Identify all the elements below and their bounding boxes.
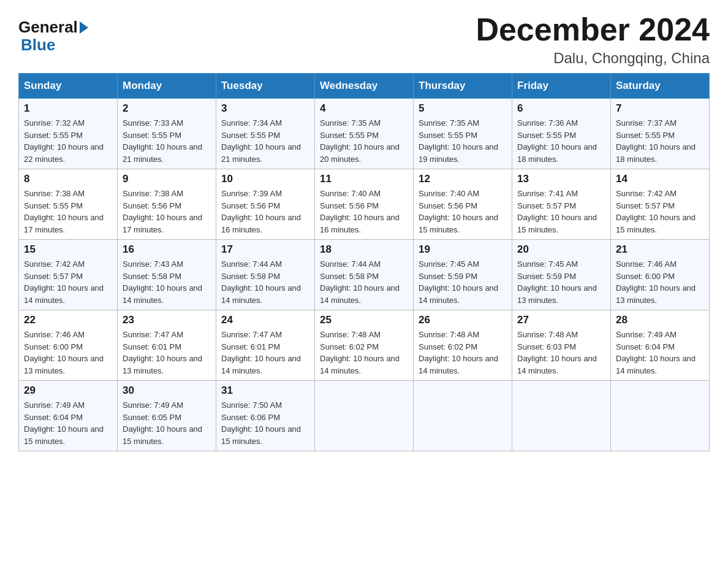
calendar-cell: 29Sunrise: 7:49 AMSunset: 6:04 PMDayligh… [19, 381, 118, 451]
day-info: Sunrise: 7:45 AMSunset: 5:59 PMDaylight:… [517, 258, 605, 306]
day-info: Sunrise: 7:49 AMSunset: 6:04 PMDaylight:… [616, 329, 704, 377]
logo: General Blue [18, 18, 88, 53]
day-info: Sunrise: 7:48 AMSunset: 6:02 PMDaylight:… [320, 329, 408, 377]
calendar-cell: 20Sunrise: 7:45 AMSunset: 5:59 PMDayligh… [512, 240, 611, 310]
day-info: Sunrise: 7:49 AMSunset: 6:04 PMDaylight:… [24, 399, 112, 447]
day-info: Sunrise: 7:39 AMSunset: 5:56 PMDaylight:… [221, 188, 309, 236]
col-header-tuesday: Tuesday [216, 74, 315, 99]
calendar-week-3: 15Sunrise: 7:42 AMSunset: 5:57 PMDayligh… [19, 240, 710, 310]
day-number: 12 [419, 173, 507, 185]
day-number: 8 [24, 173, 112, 185]
day-number: 22 [24, 314, 112, 326]
calendar-cell: 2Sunrise: 7:33 AMSunset: 5:55 PMDaylight… [118, 99, 216, 169]
calendar-cell: 22Sunrise: 7:46 AMSunset: 6:00 PMDayligh… [19, 310, 118, 381]
day-number: 18 [320, 243, 408, 256]
day-number: 26 [419, 314, 507, 326]
calendar-cell: 8Sunrise: 7:38 AMSunset: 5:55 PMDaylight… [19, 169, 118, 240]
calendar-cell: 11Sunrise: 7:40 AMSunset: 5:56 PMDayligh… [315, 169, 414, 240]
calendar-cell: 13Sunrise: 7:41 AMSunset: 5:57 PMDayligh… [512, 169, 611, 240]
day-number: 6 [517, 102, 605, 115]
logo-general-text: General [18, 18, 88, 36]
day-info: Sunrise: 7:35 AMSunset: 5:55 PMDaylight:… [320, 117, 408, 165]
title-section: December 2024 Dalu, Chongqing, China [476, 12, 710, 67]
day-number: 13 [517, 173, 605, 185]
calendar-week-2: 8Sunrise: 7:38 AMSunset: 5:55 PMDaylight… [19, 169, 710, 240]
col-header-sunday: Sunday [19, 74, 118, 99]
calendar-cell: 17Sunrise: 7:44 AMSunset: 5:58 PMDayligh… [216, 240, 315, 310]
calendar-cell: 12Sunrise: 7:40 AMSunset: 5:56 PMDayligh… [414, 169, 512, 240]
calendar-cell: 25Sunrise: 7:48 AMSunset: 6:02 PMDayligh… [315, 310, 414, 381]
day-number: 24 [221, 314, 309, 326]
day-info: Sunrise: 7:47 AMSunset: 6:01 PMDaylight:… [221, 329, 309, 377]
calendar-cell: 7Sunrise: 7:37 AMSunset: 5:55 PMDaylight… [611, 99, 710, 169]
col-header-saturday: Saturday [611, 74, 710, 99]
calendar-cell: 14Sunrise: 7:42 AMSunset: 5:57 PMDayligh… [611, 169, 710, 240]
day-info: Sunrise: 7:42 AMSunset: 5:57 PMDaylight:… [24, 258, 112, 306]
location-subtitle: Dalu, Chongqing, China [476, 50, 710, 67]
calendar-cell: 6Sunrise: 7:36 AMSunset: 5:55 PMDaylight… [512, 99, 611, 169]
logo-blue-text: Blue [21, 36, 88, 54]
calendar-cell: 23Sunrise: 7:47 AMSunset: 6:01 PMDayligh… [118, 310, 216, 381]
calendar-cell: 28Sunrise: 7:49 AMSunset: 6:04 PMDayligh… [611, 310, 710, 381]
calendar-cell: 18Sunrise: 7:44 AMSunset: 5:58 PMDayligh… [315, 240, 414, 310]
day-info: Sunrise: 7:41 AMSunset: 5:57 PMDaylight:… [517, 188, 605, 236]
day-number: 16 [123, 243, 211, 256]
calendar-cell: 3Sunrise: 7:34 AMSunset: 5:55 PMDaylight… [216, 99, 315, 169]
day-number: 15 [24, 243, 112, 256]
day-info: Sunrise: 7:40 AMSunset: 5:56 PMDaylight:… [320, 188, 408, 236]
day-info: Sunrise: 7:44 AMSunset: 5:58 PMDaylight:… [320, 258, 408, 306]
col-header-monday: Monday [118, 74, 216, 99]
day-info: Sunrise: 7:36 AMSunset: 5:55 PMDaylight:… [517, 117, 605, 165]
day-info: Sunrise: 7:45 AMSunset: 5:59 PMDaylight:… [419, 258, 507, 306]
day-number: 20 [517, 243, 605, 256]
day-number: 2 [123, 102, 211, 115]
col-header-wednesday: Wednesday [315, 74, 414, 99]
col-header-thursday: Thursday [414, 74, 512, 99]
calendar-cell: 21Sunrise: 7:46 AMSunset: 6:00 PMDayligh… [611, 240, 710, 310]
day-number: 31 [221, 385, 309, 397]
calendar-week-5: 29Sunrise: 7:49 AMSunset: 6:04 PMDayligh… [19, 381, 710, 451]
day-info: Sunrise: 7:46 AMSunset: 6:00 PMDaylight:… [616, 258, 704, 306]
calendar-cell: 24Sunrise: 7:47 AMSunset: 6:01 PMDayligh… [216, 310, 315, 381]
calendar-cell: 31Sunrise: 7:50 AMSunset: 6:06 PMDayligh… [216, 381, 315, 451]
day-number: 17 [221, 243, 309, 256]
day-info: Sunrise: 7:34 AMSunset: 5:55 PMDaylight:… [221, 117, 309, 165]
day-number: 5 [419, 102, 507, 115]
day-number: 1 [24, 102, 112, 115]
calendar-header-row: SundayMondayTuesdayWednesdayThursdayFrid… [19, 74, 710, 99]
day-info: Sunrise: 7:47 AMSunset: 6:01 PMDaylight:… [123, 329, 211, 377]
calendar-cell [315, 381, 414, 451]
day-number: 3 [221, 102, 309, 115]
calendar-cell: 30Sunrise: 7:49 AMSunset: 6:05 PMDayligh… [118, 381, 216, 451]
day-info: Sunrise: 7:35 AMSunset: 5:55 PMDaylight:… [419, 117, 507, 165]
day-info: Sunrise: 7:44 AMSunset: 5:58 PMDaylight:… [221, 258, 309, 306]
day-number: 25 [320, 314, 408, 326]
day-info: Sunrise: 7:38 AMSunset: 5:55 PMDaylight:… [24, 188, 112, 236]
calendar-cell: 19Sunrise: 7:45 AMSunset: 5:59 PMDayligh… [414, 240, 512, 310]
calendar-cell [512, 381, 611, 451]
day-number: 21 [616, 243, 704, 256]
month-title: December 2024 [476, 12, 710, 47]
day-number: 10 [221, 173, 309, 185]
calendar-table: SundayMondayTuesdayWednesdayThursdayFrid… [18, 73, 710, 451]
calendar-cell: 10Sunrise: 7:39 AMSunset: 5:56 PMDayligh… [216, 169, 315, 240]
day-number: 19 [419, 243, 507, 256]
day-number: 11 [320, 173, 408, 185]
calendar-cell: 16Sunrise: 7:43 AMSunset: 5:58 PMDayligh… [118, 240, 216, 310]
calendar-cell: 4Sunrise: 7:35 AMSunset: 5:55 PMDaylight… [315, 99, 414, 169]
calendar-cell: 5Sunrise: 7:35 AMSunset: 5:55 PMDaylight… [414, 99, 512, 169]
day-number: 28 [616, 314, 704, 326]
day-info: Sunrise: 7:38 AMSunset: 5:56 PMDaylight:… [123, 188, 211, 236]
day-number: 4 [320, 102, 408, 115]
day-info: Sunrise: 7:49 AMSunset: 6:05 PMDaylight:… [123, 399, 211, 447]
calendar-cell: 27Sunrise: 7:48 AMSunset: 6:03 PMDayligh… [512, 310, 611, 381]
calendar-cell: 26Sunrise: 7:48 AMSunset: 6:02 PMDayligh… [414, 310, 512, 381]
calendar-cell [414, 381, 512, 451]
calendar-cell: 15Sunrise: 7:42 AMSunset: 5:57 PMDayligh… [19, 240, 118, 310]
day-info: Sunrise: 7:37 AMSunset: 5:55 PMDaylight:… [616, 117, 704, 165]
day-number: 30 [123, 385, 211, 397]
day-info: Sunrise: 7:48 AMSunset: 6:02 PMDaylight:… [419, 329, 507, 377]
col-header-friday: Friday [512, 74, 611, 99]
calendar-cell [611, 381, 710, 451]
day-info: Sunrise: 7:48 AMSunset: 6:03 PMDaylight:… [517, 329, 605, 377]
